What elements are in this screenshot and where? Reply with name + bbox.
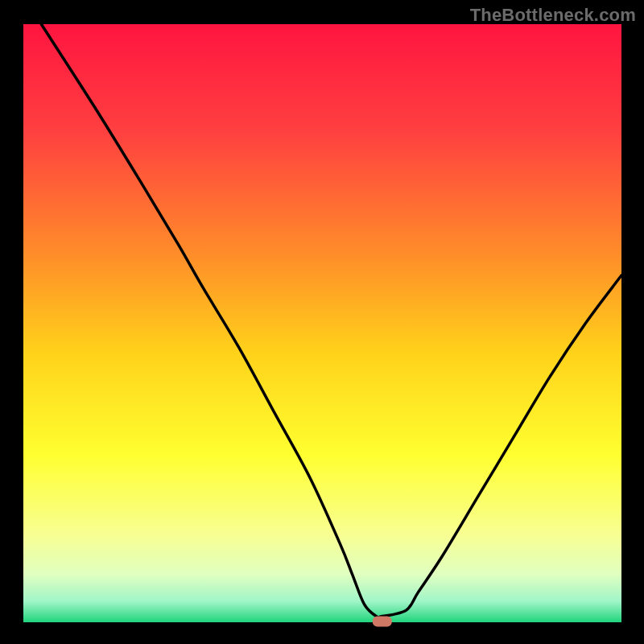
optimal-point-marker [373, 617, 392, 627]
chart-container: TheBottleneck.com [0, 0, 644, 644]
plot-background [23, 24, 621, 622]
bottleneck-chart [0, 0, 644, 644]
watermark-text: TheBottleneck.com [470, 5, 636, 26]
